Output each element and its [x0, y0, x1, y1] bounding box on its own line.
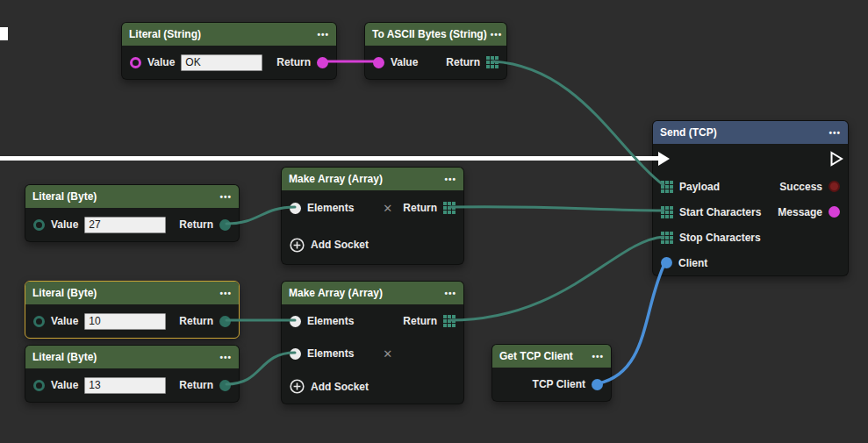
node-menu-icon[interactable]: ••• [219, 192, 232, 202]
node-menu-icon[interactable]: ••• [444, 175, 456, 184]
add-socket-icon [290, 379, 305, 394]
node-title: Literal (Byte) [32, 351, 97, 363]
elements-input-port[interactable] [290, 203, 301, 214]
value-input[interactable] [181, 54, 262, 71]
tcp-client-label: TCP Client [533, 378, 585, 390]
value-input-port[interactable] [33, 316, 45, 327]
node-menu-icon[interactable]: ••• [491, 30, 503, 39]
node-literal-byte-27[interactable]: Literal (Byte) ••• Value Return [25, 184, 240, 242]
remove-socket-button[interactable]: ✕ [383, 203, 392, 214]
node-header[interactable]: Literal (Byte) ••• [25, 282, 239, 304]
success-label: Success [779, 181, 822, 193]
start-characters-label: Start Characters [679, 206, 761, 218]
tcp-client-output-port[interactable] [592, 379, 603, 390]
elements-label: Elements [307, 202, 354, 214]
node-row: Value Return [25, 208, 239, 241]
payload-input-port[interactable] [661, 181, 664, 184]
return-label: Return [179, 218, 213, 231]
node-title: Send (TCP) [660, 126, 717, 139]
node-header[interactable]: Literal (String) ••• [122, 23, 336, 46]
wire-ascii-to-payload[interactable] [493, 61, 664, 185]
client-input-port[interactable] [661, 257, 672, 268]
node-header[interactable]: Make Array (Array) ••• [282, 168, 463, 190]
value-input-port[interactable] [33, 219, 45, 231]
value-input-port[interactable] [33, 380, 45, 391]
node-get-tcp-client[interactable]: Get TCP Client ••• TCP Client [491, 344, 612, 402]
add-socket-label: Add Socket [311, 381, 369, 393]
value-label: Value [51, 218, 78, 231]
value-input-port[interactable] [373, 57, 384, 68]
return-output-port[interactable] [219, 316, 231, 327]
node-row: Value Return [122, 46, 336, 79]
node-row: Elements ✕ [282, 338, 463, 369]
node-header[interactable]: Literal (Byte) ••• [25, 346, 239, 368]
value-input[interactable] [84, 217, 166, 233]
return-array-output-port[interactable] [443, 202, 447, 205]
node-row: Value Return [25, 304, 239, 338]
node-menu-icon[interactable]: ••• [592, 352, 604, 361]
exec-wire-stub [0, 27, 8, 40]
return-output-port[interactable] [219, 219, 231, 231]
node-send-tcp[interactable]: Send (TCP) ••• Payload Success Start Cha… [652, 120, 849, 276]
node-title: Literal (Byte) [32, 190, 97, 203]
node-header[interactable]: Literal (Byte) ••• [25, 185, 239, 208]
return-output-port[interactable] [317, 57, 328, 68]
return-label: Return [446, 56, 480, 68]
return-array-output-port[interactable] [443, 315, 447, 318]
value-label: Value [51, 315, 78, 327]
node-header[interactable]: Send (TCP) ••• [653, 121, 848, 144]
node-editor-canvas[interactable]: Literal (String) ••• Value Return To ASC… [0, 0, 868, 443]
node-to-ascii-bytes[interactable]: To ASCII Bytes (String) ••• Value Return [364, 22, 507, 80]
node-title: Make Array (Array) [289, 173, 383, 185]
value-input-port[interactable] [130, 57, 141, 68]
add-socket-button[interactable]: Add Socket [282, 225, 463, 264]
node-menu-icon[interactable]: ••• [219, 289, 232, 298]
return-label: Return [179, 379, 213, 391]
return-label: Return [403, 315, 437, 327]
node-menu-icon[interactable]: ••• [317, 30, 329, 39]
remove-socket-button[interactable]: ✕ [383, 348, 392, 360]
payload-label: Payload [679, 181, 720, 193]
return-output-port[interactable] [219, 380, 231, 391]
node-menu-icon[interactable]: ••• [444, 289, 456, 298]
node-header[interactable]: To ASCII Bytes (String) ••• [365, 23, 506, 46]
node-title: Literal (String) [129, 28, 201, 40]
return-array-output-port[interactable] [486, 56, 490, 60]
node-row: Start Characters Message [653, 199, 848, 225]
node-menu-icon[interactable]: ••• [829, 128, 841, 138]
node-header[interactable]: Get TCP Client ••• [492, 345, 611, 368]
node-title: To ASCII Bytes (String) [372, 28, 487, 40]
node-title: Get TCP Client [499, 350, 573, 362]
node-make-array-bottom[interactable]: Make Array (Array) ••• Elements Return E… [281, 281, 464, 404]
success-output-port[interactable] [829, 181, 840, 192]
message-label: Message [778, 206, 822, 218]
value-input[interactable] [84, 377, 166, 394]
return-label: Return [403, 202, 437, 214]
exec-output-port[interactable] [830, 151, 843, 167]
client-label: Client [678, 257, 707, 269]
elements-input-port[interactable] [290, 316, 301, 327]
value-label: Value [51, 379, 78, 391]
start-characters-input-port[interactable] [661, 206, 664, 210]
node-literal-byte-13[interactable]: Literal (Byte) ••• Value Return [25, 345, 240, 403]
stop-characters-input-port[interactable] [661, 232, 664, 235]
value-input[interactable] [84, 313, 166, 330]
node-literal-byte-10[interactable]: Literal (Byte) ••• Value Return [25, 281, 240, 339]
message-output-port[interactable] [829, 206, 840, 218]
node-row: Value Return [25, 368, 239, 402]
wire-array-bottom-to-stop-characters[interactable] [450, 237, 664, 320]
add-socket-button[interactable]: Add Socket [282, 369, 463, 404]
node-title: Literal (Byte) [32, 287, 97, 299]
node-row: Client [653, 250, 848, 275]
node-make-array-top[interactable]: Make Array (Array) ••• Elements ✕ Return… [281, 167, 464, 265]
wire-array-top-to-start-characters[interactable] [450, 207, 664, 211]
value-label: Value [147, 56, 175, 68]
node-row: Elements ✕ Return [282, 190, 463, 225]
node-row: Payload Success [653, 174, 848, 199]
node-row: Stop Characters [653, 225, 848, 250]
node-menu-icon[interactable]: ••• [219, 353, 232, 362]
exec-input-port[interactable] [657, 151, 671, 167]
node-header[interactable]: Make Array (Array) ••• [282, 282, 463, 304]
node-literal-string[interactable]: Literal (String) ••• Value Return [121, 22, 337, 80]
elements-input-port[interactable] [290, 348, 301, 360]
